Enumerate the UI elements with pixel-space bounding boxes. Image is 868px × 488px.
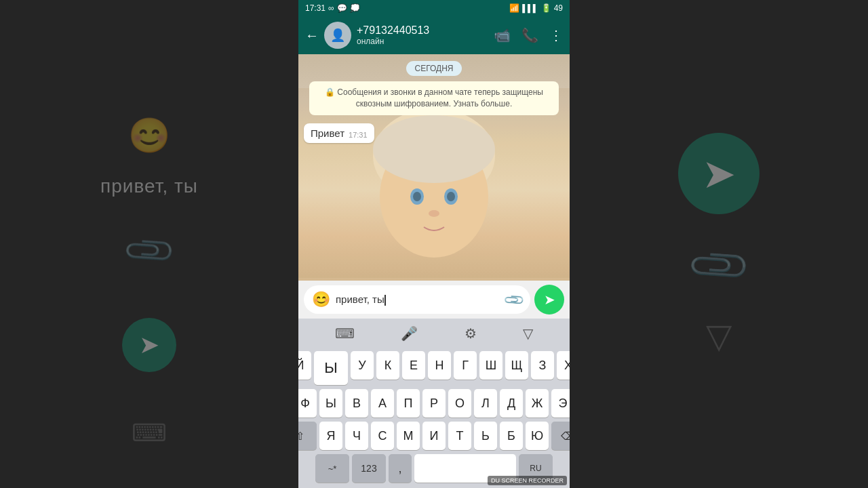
status-bar: 17:31 ∞ 💬 💭 📶 ▌▌▌ 🔋 49 <box>298 0 570 16</box>
attach-button[interactable]: 📎 <box>502 288 526 312</box>
key-щ[interactable]: Щ <box>505 351 528 380</box>
message-container: Привет 17:31 <box>298 121 570 146</box>
video-call-button[interactable]: 📹 <box>494 27 511 43</box>
key-ж[interactable]: Ж <box>526 389 549 418</box>
key-ш[interactable]: Ш <box>479 351 502 380</box>
key-л[interactable]: Л <box>474 389 497 418</box>
keyboard-toolbar: ⌨ 🎤 ⚙ ▽ <box>298 319 570 348</box>
more-options-button[interactable]: ⋮ <box>549 27 563 43</box>
signal-icon: ▌▌▌ <box>522 4 538 12</box>
key-к[interactable]: К <box>376 351 399 380</box>
encryption-notice[interactable]: 🔒 Сообщения и звонки в данном чате тепер… <box>309 81 559 115</box>
key-rows: Й Ы У К Е Н Г Ш Щ З Х Ф Ы В А П Р О <box>298 348 570 488</box>
key-ь[interactable]: Ь <box>474 422 497 450</box>
key-т[interactable]: Т <box>448 422 471 450</box>
phone-screen: 17:31 ∞ 💬 💭 📶 ▌▌▌ 🔋 49 ← 👤 +79132440513 … <box>298 0 570 488</box>
send-icon: ➤ <box>544 291 555 308</box>
background-left: 😊 привет, ты 📎 ➤ ⌨ <box>0 0 298 488</box>
text-cursor <box>384 295 386 306</box>
contact-name[interactable]: +79132440513 <box>357 24 488 37</box>
status-time: 17:31 <box>305 3 326 13</box>
message-input[interactable]: привет, ты <box>336 293 500 306</box>
bg-paperclip-icon: 📎 <box>121 222 178 280</box>
message-input-box[interactable]: 😊 привет, ты 📎 <box>304 285 530 314</box>
input-area: 😊 привет, ты 📎 ➤ <box>298 281 570 319</box>
background-right: ➤ 📎 ▽ <box>570 0 868 488</box>
backspace-key[interactable]: ⌫ <box>551 422 570 450</box>
key-ч[interactable]: Ч <box>345 422 368 450</box>
emoji-button[interactable]: 😊 <box>312 291 330 308</box>
header-icons: 📹 📞 ⋮ <box>494 27 563 43</box>
key-row-1: Й Ы У К Е Н Г Ш Щ З Х <box>300 351 568 385</box>
date-badge-label: СЕГОДНЯ <box>406 61 461 76</box>
wifi-icon: 📶 <box>509 3 519 13</box>
key-н[interactable]: Н <box>428 351 451 380</box>
status-right: 📶 ▌▌▌ 🔋 49 <box>509 3 563 13</box>
recorder-badge: DU SCREEN RECORDER <box>488 476 567 485</box>
battery-level: 49 <box>554 3 563 13</box>
key-х[interactable]: Х <box>557 351 570 380</box>
bg-send-icon: ➤ <box>139 331 159 359</box>
hide-keyboard-icon[interactable]: ▽ <box>523 325 533 342</box>
input-text-value: привет, ты <box>336 293 384 305</box>
infinity-icon: ∞ <box>328 3 334 13</box>
key-п[interactable]: П <box>397 389 420 418</box>
message-bubble: Привет 17:31 <box>304 123 374 143</box>
comma-key[interactable]: , <box>389 454 412 483</box>
key-и[interactable]: И <box>422 422 446 450</box>
key-ю[interactable]: Ю <box>526 422 549 450</box>
key-с[interactable]: С <box>371 422 394 450</box>
avatar-icon: 👤 <box>330 28 345 43</box>
message-time: 17:31 <box>349 131 368 139</box>
key-row-2: Ф Ы В А П Р О Л Д Ж Э <box>300 389 568 418</box>
bg-keyboard-icon: ⌨ <box>132 419 167 447</box>
shift-key[interactable]: ⇧ <box>298 422 317 450</box>
microphone-icon[interactable]: 🎤 <box>401 325 418 342</box>
bg-left-text: привет, ты <box>100 176 198 197</box>
key-д[interactable]: Д <box>500 389 523 418</box>
key-е[interactable]: Е <box>402 351 425 380</box>
numbers-key[interactable]: 123 <box>352 454 386 483</box>
chat-area: СЕГОДНЯ 🔒 Сообщения и звонки в данном ча… <box>298 54 570 281</box>
key-м[interactable]: М <box>397 422 420 450</box>
bg-right-send-icon: ➤ <box>702 150 736 197</box>
keyboard: ⌨ 🎤 ⚙ ▽ Й Ы У К Е Н Г Ш Щ З Х Ф <box>298 319 570 488</box>
message-icon: 💬 <box>337 3 347 13</box>
back-button[interactable]: ← <box>305 28 319 43</box>
key-ы-highlighted[interactable]: Ы <box>314 351 348 385</box>
key-й[interactable]: Й <box>298 351 311 380</box>
status-left: 17:31 ∞ 💬 💭 <box>305 3 360 13</box>
key-у[interactable]: У <box>351 351 374 380</box>
keyboard-switch-icon[interactable]: ⌨ <box>335 325 355 342</box>
message-text: Привет <box>311 127 344 139</box>
key-о[interactable]: О <box>448 389 471 418</box>
date-badge: СЕГОДНЯ <box>298 54 570 76</box>
contact-info: +79132440513 онлайн <box>357 24 488 46</box>
key-я[interactable]: Я <box>319 422 342 450</box>
bg-send-button: ➤ <box>122 318 176 372</box>
send-button[interactable]: ➤ <box>534 285 564 314</box>
battery-icon: 🔋 <box>541 3 551 13</box>
bg-right-paperclip-icon: 📎 <box>684 230 753 300</box>
key-э[interactable]: Э <box>551 389 570 418</box>
chat-icon: 💭 <box>350 3 360 13</box>
settings-icon[interactable]: ⚙ <box>465 325 477 342</box>
key-з[interactable]: З <box>531 351 554 380</box>
encryption-text: 🔒 Сообщения и звонки в данном чате тепер… <box>325 87 543 108</box>
key-р[interactable]: Р <box>422 389 446 418</box>
key-ф[interactable]: Ф <box>298 389 317 418</box>
chat-header: ← 👤 +79132440513 онлайн 📹 📞 ⋮ <box>298 16 570 54</box>
key-а[interactable]: А <box>371 389 394 418</box>
symbols-key[interactable]: ~* <box>315 454 349 483</box>
key-в[interactable]: В <box>345 389 368 418</box>
contact-status: онлайн <box>357 37 488 46</box>
contact-avatar: 👤 <box>324 22 351 49</box>
bg-right-send-button: ➤ <box>678 133 760 214</box>
key-ы[interactable]: Ы <box>319 389 342 418</box>
bg-right-triangle-icon: ▽ <box>706 317 732 356</box>
key-б[interactable]: Б <box>500 422 523 450</box>
svg-rect-8 <box>298 88 570 278</box>
key-г[interactable]: Г <box>454 351 477 380</box>
bg-emoji-icon: 😊 <box>128 116 170 155</box>
call-button[interactable]: 📞 <box>521 27 538 43</box>
